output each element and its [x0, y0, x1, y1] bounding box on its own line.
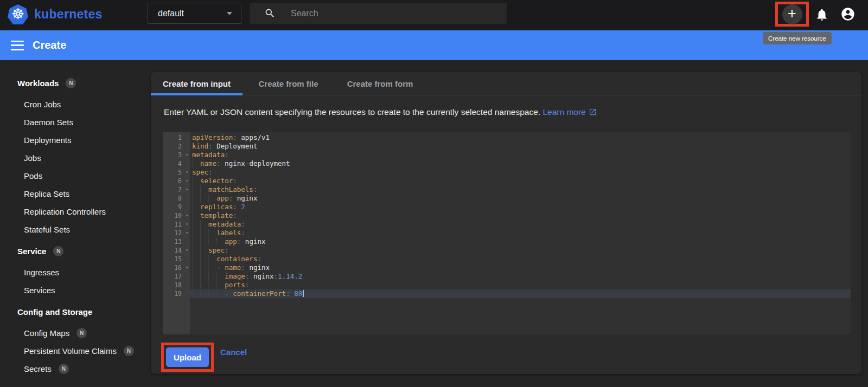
new-badge: N: [59, 364, 69, 374]
editor-code: apiVersion: apps/v1kind: Deploymentmetad…: [190, 132, 851, 334]
account-circle-icon: [840, 7, 856, 22]
notifications-button[interactable]: [814, 7, 829, 22]
code-line-7: matchLabels:: [190, 185, 851, 194]
sidebar-nav: WorkloadsNCron JobsDaemon SetsDeployment…: [0, 60, 151, 387]
section-label: Workloads: [17, 79, 59, 88]
yaml-editor[interactable]: 123▾45▾6▾7▾8910▾11▾12▾1314▾1516▾171819 a…: [163, 132, 851, 334]
sidebar-section-workloads[interactable]: WorkloadsN: [17, 78, 151, 88]
code-line-17: image: nginx:1.14.2: [190, 272, 851, 281]
tab-bar: Create from inputCreate from fileCreate …: [151, 72, 861, 95]
code-line-10: template:: [190, 211, 851, 220]
editor-gutter: 123▾45▾6▾7▾8910▾11▾12▾1314▾1516▾171819: [163, 132, 190, 334]
line-number: 4: [163, 159, 190, 168]
code-line-8: app: nginx: [190, 194, 851, 203]
sidebar-item-label: Deployments: [24, 136, 72, 145]
code-line-4: name: nginx-deployment: [190, 159, 851, 168]
line-number: 15: [163, 255, 190, 263]
top-bar: ☸ kubernetes default Search +: [0, 0, 868, 30]
line-number: 13: [163, 237, 190, 246]
sidebar-item-pods[interactable]: Pods: [0, 167, 151, 185]
sidebar-item-label: Cron Jobs: [24, 100, 61, 109]
sidebar-item-stateful-sets[interactable]: Stateful Sets: [0, 221, 151, 238]
fold-arrow-icon[interactable]: ▾: [186, 211, 188, 220]
create-card: Create from inputCreate from fileCreate …: [151, 72, 861, 374]
code-line-2: kind: Deployment: [190, 142, 851, 151]
line-number: 5▾: [163, 168, 190, 177]
upload-button[interactable]: Upload: [166, 347, 209, 367]
sidebar-item-label: Services: [24, 286, 55, 295]
sidebar-item-cron-jobs[interactable]: Cron Jobs: [0, 95, 151, 113]
sidebar-item-label: Ingresses: [24, 268, 59, 277]
cancel-button[interactable]: Cancel: [220, 347, 247, 357]
code-line-12: labels:: [190, 229, 851, 237]
new-badge: N: [66, 78, 76, 88]
fold-arrow-icon[interactable]: ▾: [186, 220, 188, 229]
external-link-icon: [589, 108, 597, 118]
code-line-1: apiVersion: apps/v1: [190, 133, 851, 142]
sidebar-item-jobs[interactable]: Jobs: [0, 149, 151, 167]
search-input[interactable]: Search: [250, 3, 507, 24]
line-number: 9: [163, 203, 190, 211]
sidebar-item-label: Pods: [24, 171, 42, 180]
plus-icon: +: [788, 7, 796, 21]
sidebar-item-persistent-volume-claims[interactable]: Persistent Volume ClaimsN: [0, 342, 151, 360]
create-description: Enter YAML or JSON content specifying th…: [164, 107, 597, 118]
chevron-down-icon: [227, 12, 232, 15]
fold-arrow-icon[interactable]: ▾: [186, 177, 188, 185]
namespace-selector[interactable]: default: [148, 3, 241, 24]
tab-create-from-file[interactable]: Create from file: [242, 72, 334, 95]
sidebar-item-secrets[interactable]: SecretsN: [0, 360, 151, 378]
sidebar-item-replication-controllers[interactable]: Replication Controllers: [0, 203, 151, 221]
annotation-box-add: +: [775, 2, 809, 27]
fold-arrow-icon[interactable]: ▾: [186, 246, 188, 255]
sidebar-section-config-and-storage[interactable]: Config and Storage: [17, 306, 151, 317]
fold-arrow-icon[interactable]: ▾: [186, 229, 188, 237]
sidebar-section-service[interactable]: ServiceN: [17, 246, 151, 256]
line-number: 10▾: [163, 211, 190, 220]
fold-arrow-icon[interactable]: ▾: [186, 263, 188, 272]
tab-create-from-form[interactable]: Create from form: [334, 72, 426, 95]
kubernetes-helm-icon: ☸: [8, 4, 28, 24]
annotation-box-upload: Upload: [161, 343, 214, 372]
sidebar-item-ingresses[interactable]: Ingresses: [0, 263, 151, 281]
fold-arrow-icon[interactable]: ▾: [186, 151, 188, 159]
line-number: 1: [163, 133, 190, 142]
page-title: Create: [33, 39, 66, 51]
line-number: 8: [163, 194, 190, 203]
sidebar-item-replica-sets[interactable]: Replica Sets: [0, 185, 151, 203]
line-number: 7▾: [163, 185, 190, 194]
line-number: 2: [163, 142, 190, 151]
description-text: Enter YAML or JSON content specifying th…: [164, 107, 540, 117]
fold-arrow-icon[interactable]: ▾: [186, 185, 188, 194]
search-placeholder: Search: [291, 9, 318, 18]
account-button[interactable]: [840, 7, 856, 22]
code-line-14: spec:: [190, 246, 851, 255]
line-number: 11▾: [163, 220, 190, 229]
sidebar-item-deployments[interactable]: Deployments: [0, 131, 151, 149]
sidebar-item-label: Config Maps: [24, 328, 69, 338]
learn-more-link[interactable]: Learn more: [542, 107, 596, 117]
code-line-6: selector:: [190, 177, 851, 185]
new-badge: N: [53, 246, 63, 256]
line-number: 18: [163, 281, 190, 289]
app-bar: Create: [0, 30, 868, 60]
code-line-19: - containerPort: 80: [190, 289, 851, 298]
sidebar-item-config-maps[interactable]: Config MapsN: [0, 324, 151, 342]
code-line-18: ports:: [190, 281, 851, 289]
kubernetes-logo[interactable]: ☸ kubernetes: [8, 4, 103, 24]
menu-button[interactable]: [11, 41, 24, 50]
sidebar-item-label: Secrets: [24, 364, 52, 373]
fold-arrow-icon[interactable]: ▾: [186, 168, 188, 177]
logo-text: kubernetes: [34, 7, 103, 22]
sidebar-item-daemon-sets[interactable]: Daemon Sets: [0, 113, 151, 131]
tab-create-from-input[interactable]: Create from input: [151, 72, 242, 95]
line-number: 3▾: [163, 151, 190, 159]
sidebar-item-label: Replication Controllers: [24, 207, 106, 216]
tooltip-create-new-resource: Create new resource: [763, 32, 832, 44]
new-badge: N: [76, 328, 87, 338]
create-new-resource-button[interactable]: +: [782, 4, 802, 24]
code-line-13: app: nginx: [190, 237, 851, 246]
code-line-3: metadata:: [190, 151, 851, 159]
sidebar-item-services[interactable]: Services: [0, 281, 151, 299]
search-icon: [264, 8, 276, 19]
